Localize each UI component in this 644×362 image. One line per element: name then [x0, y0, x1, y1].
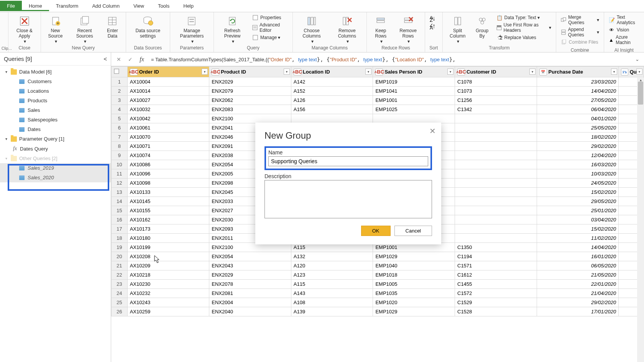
row-number[interactable]: 9 [112, 151, 128, 160]
cell[interactable]: C1256 [455, 96, 537, 105]
group-by-button[interactable]: Group By [471, 13, 493, 44]
advanced-editor-button[interactable]: Advanced Editor [251, 21, 289, 34]
row-number[interactable]: 23 [112, 280, 128, 289]
cell[interactable]: 22/01/2020 [537, 280, 619, 289]
row-number[interactable]: 10 [112, 160, 128, 169]
cell[interactable]: EMP1041 [373, 87, 455, 96]
cell[interactable]: AX10145 [127, 197, 209, 206]
cell[interactable]: AX10086 [127, 160, 209, 169]
cell[interactable]: AX10173 [127, 224, 209, 234]
cell[interactable]: EMP1029 [373, 307, 455, 316]
filter-button[interactable]: ▾ [529, 69, 536, 75]
cell[interactable]: 14/04/2020 [537, 87, 619, 96]
tab-help[interactable]: Help [176, 1, 200, 11]
row-number[interactable]: 17 [112, 224, 128, 234]
cell[interactable]: 12/04/2020 [537, 151, 619, 160]
table-row[interactable]: 26AX10259ENX2040A139EMP1029C152817/01/20… [112, 307, 644, 316]
column-header[interactable]: 📅Purchase Date▾ [537, 67, 619, 77]
tree-item[interactable]: Sales [0, 105, 111, 115]
cell[interactable]: ENX2062 [209, 96, 291, 105]
row-number[interactable]: 20 [112, 252, 128, 261]
cell[interactable] [455, 169, 537, 179]
cell[interactable] [455, 123, 537, 133]
refresh-preview-button[interactable]: Refresh Preview▾ [215, 13, 249, 44]
cell[interactable] [455, 160, 537, 169]
cancel-button[interactable]: Cancel [394, 226, 432, 236]
vision-button[interactable]: 👁Vision [607, 26, 641, 34]
table-row[interactable]: 20AX10208ENX2054A132EMP1029C119416/01/20… [112, 252, 644, 261]
cell[interactable]: AX10218 [127, 270, 209, 280]
column-header[interactable]: ABCSales Person ID▾ [373, 67, 455, 77]
tree-group-paramquery[interactable]: ▾Parameter Query [1] [0, 134, 111, 144]
cell[interactable]: 29/02/2020 [537, 142, 619, 151]
cell[interactable]: AX10243 [127, 298, 209, 307]
cell[interactable]: A132 [291, 252, 373, 261]
row-number[interactable]: 22 [112, 270, 128, 280]
tree-item-datesquery[interactable]: fxDates Query [0, 144, 111, 154]
cell[interactable]: AX10071 [127, 142, 209, 151]
cell[interactable]: AX10162 [127, 215, 209, 224]
cell[interactable]: A152 [291, 87, 373, 96]
cell[interactable]: ENX2079 [209, 87, 291, 96]
enter-data-button[interactable]: Enter Data [101, 13, 124, 44]
cell[interactable] [455, 142, 537, 151]
row-number[interactable]: 4 [112, 105, 128, 114]
table-row[interactable]: 21AX10209ENX2043A120EMP1040C157106/05/20… [112, 261, 644, 270]
group-description-input[interactable] [264, 180, 432, 218]
row-number[interactable]: 1 [112, 77, 128, 87]
cell[interactable]: C1073 [455, 87, 537, 96]
filter-button[interactable]: ▾ [447, 69, 453, 75]
cell[interactable] [455, 197, 537, 206]
cell[interactable]: ENX2081 [209, 289, 291, 298]
row-number[interactable]: 24 [112, 289, 128, 298]
cell[interactable]: 16/03/2020 [537, 160, 619, 169]
cell[interactable]: AX10155 [127, 206, 209, 215]
table-row[interactable]: 3AX10027ENX2062A126EMP1001C125627/05/202… [112, 96, 644, 105]
cell[interactable]: AX10208 [127, 252, 209, 261]
cell[interactable] [455, 133, 537, 142]
cell[interactable]: A108 [291, 298, 373, 307]
cell[interactable]: 11/02/2020 [537, 234, 619, 243]
cell[interactable]: A120 [291, 261, 373, 270]
cell[interactable]: AX10180 [127, 234, 209, 243]
cell[interactable]: AX10032 [127, 105, 209, 114]
cell[interactable]: A139 [291, 307, 373, 316]
cell[interactable]: EMP1040 [373, 261, 455, 270]
cell[interactable]: AX10098 [127, 179, 209, 188]
cell[interactable]: 04/01/2020 [537, 114, 619, 123]
cell[interactable]: A126 [291, 96, 373, 105]
cell[interactable]: AX10004 [127, 77, 209, 87]
new-source-button[interactable]: +New Source▾ [43, 13, 69, 44]
tree-item[interactable]: Locations [0, 86, 111, 96]
collapse-queries-icon[interactable]: < [104, 56, 107, 62]
cell[interactable]: AX10042 [127, 114, 209, 123]
row-number[interactable]: 16 [112, 215, 128, 224]
first-row-headers-button[interactable]: Use First Row as Headers▾ [495, 21, 553, 34]
cell[interactable]: 03/04/2020 [537, 215, 619, 224]
cell[interactable] [455, 215, 537, 224]
cell[interactable]: C1455 [455, 280, 537, 289]
cell[interactable] [373, 114, 455, 123]
split-column-button[interactable]: Split Column▾ [444, 13, 471, 44]
row-number[interactable]: 5 [112, 114, 128, 123]
row-number[interactable]: 15 [112, 206, 128, 215]
cell[interactable]: ENX2078 [209, 280, 291, 289]
tab-file[interactable]: File [0, 1, 22, 11]
replace-values-button[interactable]: 12Replace Values [495, 34, 553, 41]
column-header[interactable]: ABCCustomer ID▾ [455, 67, 537, 77]
cell[interactable]: AX10096 [127, 169, 209, 179]
cell[interactable]: 06/04/2020 [537, 105, 619, 114]
accept-formula-button[interactable]: ✓ [126, 55, 135, 64]
table-row[interactable]: 2AX10014ENX2079A152EMP1041C107314/04/202… [112, 87, 644, 96]
cell[interactable]: 15/02/2020 [537, 188, 619, 197]
cell[interactable]: C1529 [455, 298, 537, 307]
row-number[interactable]: 14 [112, 197, 128, 206]
cell[interactable] [455, 114, 537, 123]
cell[interactable]: 29/05/2020 [537, 197, 619, 206]
cell[interactable]: 21/04/2020 [537, 289, 619, 298]
cancel-formula-button[interactable]: ✕ [114, 55, 123, 64]
cell[interactable]: 27/05/2020 [537, 96, 619, 105]
cell[interactable]: 10/03/2020 [537, 169, 619, 179]
cell[interactable]: AX10133 [127, 188, 209, 197]
filter-button[interactable]: ▾ [284, 69, 290, 75]
